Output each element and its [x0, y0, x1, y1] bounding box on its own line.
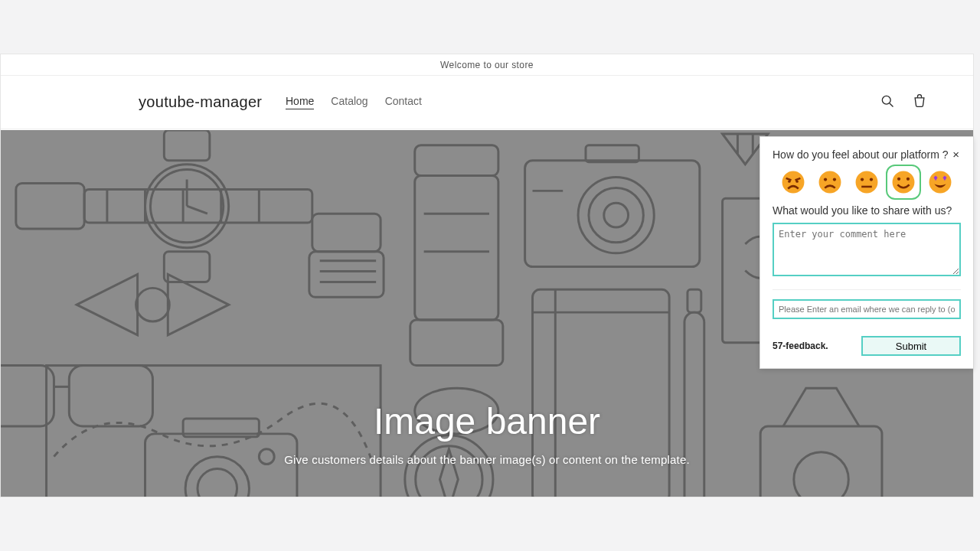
- svg-point-18: [136, 288, 170, 321]
- svg-point-64: [893, 171, 915, 194]
- feedback-share-prompt: What would you like to share with us?: [773, 204, 961, 217]
- main-nav: Home Catalog Contact: [286, 95, 422, 109]
- mood-neutral[interactable]: [854, 169, 880, 195]
- hero-overlay: Image banner Give customers details abou…: [1, 400, 973, 466]
- feedback-submit-button[interactable]: Submit: [861, 336, 961, 356]
- svg-point-65: [897, 178, 900, 181]
- svg-point-60: [856, 171, 878, 194]
- svg-point-58: [824, 178, 827, 181]
- header-icons: [880, 93, 927, 112]
- mood-love[interactable]: [927, 169, 953, 195]
- svg-point-33: [589, 187, 643, 242]
- cart-icon[interactable]: [912, 93, 927, 112]
- svg-rect-26: [410, 320, 503, 366]
- svg-point-56: [795, 181, 798, 183]
- svg-line-1: [890, 103, 893, 106]
- divider: [773, 289, 961, 290]
- svg-rect-20: [309, 252, 384, 298]
- svg-rect-19: [312, 214, 381, 252]
- svg-point-54: [782, 171, 805, 194]
- feedback-comment-input[interactable]: [773, 223, 961, 276]
- svg-point-59: [833, 178, 836, 181]
- svg-rect-11: [16, 183, 84, 229]
- mood-row: [773, 169, 961, 195]
- nav-catalog[interactable]: Catalog: [331, 95, 368, 109]
- mood-smile[interactable]: [890, 169, 916, 195]
- svg-line-9: [187, 206, 207, 214]
- svg-rect-10: [164, 252, 210, 282]
- hero-title: Image banner: [1, 400, 973, 442]
- svg-point-55: [788, 181, 790, 183]
- search-icon[interactable]: [880, 93, 895, 112]
- mood-angry[interactable]: [780, 169, 806, 195]
- svg-point-62: [870, 178, 873, 181]
- svg-point-0: [882, 96, 890, 104]
- feedback-widget: How do you feel about our platform ? × W…: [760, 136, 974, 369]
- store-name[interactable]: youtube-manager: [139, 93, 262, 111]
- svg-rect-12: [84, 189, 312, 223]
- svg-rect-5: [164, 130, 210, 161]
- svg-rect-42: [688, 289, 701, 312]
- svg-point-61: [861, 178, 864, 181]
- svg-point-52: [198, 469, 237, 497]
- svg-point-66: [906, 178, 910, 181]
- nav-contact[interactable]: Contact: [385, 95, 422, 109]
- svg-point-57: [819, 171, 841, 194]
- nav-home[interactable]: Home: [286, 95, 314, 109]
- feedback-question: How do you feel about our platform ?: [773, 148, 951, 161]
- feedback-email-input[interactable]: [773, 299, 961, 319]
- svg-point-67: [929, 171, 952, 194]
- svg-point-34: [604, 203, 629, 227]
- feedback-app-label: 57-feedback.: [773, 341, 828, 351]
- svg-rect-24: [415, 145, 498, 176]
- announcement-bar: Welcome to our store: [1, 54, 973, 76]
- header: youtube-manager Home Catalog Contact: [1, 76, 973, 129]
- hero-subtitle: Give customers details about the banner …: [1, 453, 973, 466]
- svg-rect-25: [415, 176, 498, 321]
- feedback-close-button[interactable]: ×: [951, 148, 961, 161]
- mood-frown[interactable]: [817, 169, 843, 195]
